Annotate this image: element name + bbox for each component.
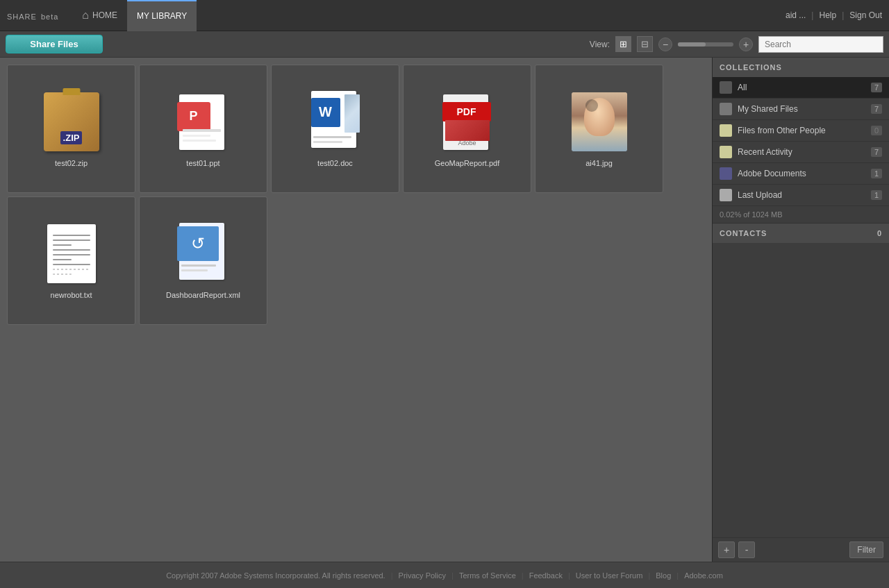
collection-count-all: 7 [871, 83, 882, 92]
collections-header: COLLECTIONS [713, 58, 889, 77]
txt-line-3 [53, 244, 72, 246]
xml-wrapper: ↺ [176, 223, 231, 285]
word-img-thumb [344, 94, 360, 133]
ppt-wrapper: P [176, 91, 231, 153]
sidebar-footer: + - Filter [713, 537, 889, 562]
help-link[interactable]: Help [819, 10, 836, 20]
contacts-area [713, 243, 889, 537]
ppt-overlay: P [176, 91, 228, 152]
txt-line-8 [53, 269, 90, 270]
remove-collection-button[interactable]: - [738, 541, 755, 558]
collection-count-recent: 7 [871, 147, 882, 157]
footer-privacy[interactable]: Privacy Policy [399, 571, 446, 580]
pdf-red-banner: PDF [442, 102, 491, 121]
collection-icon-otherpeople [720, 124, 732, 137]
content-wrapper: test02.zip P [0, 58, 889, 588]
txt-line-7 [53, 264, 90, 265]
main: test02.zip P [0, 58, 889, 562]
file-icon-xml: ↺ [176, 223, 231, 285]
txt-lines [53, 235, 90, 278]
footer: Copyright 2007 Adobe Systems Incorporate… [0, 562, 889, 588]
footer-feedback[interactable]: Feedback [529, 571, 563, 580]
footer-adobe[interactable]: Adobe.com [684, 571, 723, 580]
ppt-line2 [183, 135, 210, 137]
collection-icon-recent [720, 146, 732, 158]
txt-line-9 [53, 274, 72, 275]
txt-wrapper [47, 224, 96, 283]
ppt-icon: P [189, 109, 197, 124]
zoom-in-button[interactable]: + [739, 37, 753, 51]
xml-line2 [181, 269, 208, 271]
footer-blog[interactable]: Blog [656, 571, 671, 580]
grid-view-button[interactable]: ⊞ [615, 36, 631, 52]
file-card-xml[interactable]: ↺ DashboardReport.xml [139, 196, 267, 325]
file-name-zip: test02.zip [55, 159, 88, 167]
header-right: aid ... | Help | Sign Out [786, 10, 882, 20]
nav-home[interactable]: ⌂ HOME [72, 0, 127, 31]
word-wrapper: W [308, 91, 363, 153]
file-card-jpg[interactable]: ai41.jpg [535, 65, 663, 193]
pdf-wrapper: PDF Adobe [440, 91, 495, 153]
file-card-doc[interactable]: W test02.doc [271, 65, 399, 193]
collection-item-otherpeople[interactable]: Files from Other People 0 [713, 120, 889, 142]
collection-label-recent: Recent Activity [738, 147, 865, 157]
file-name-pdf: GeoMapReport.pdf [435, 159, 500, 167]
footer-forum[interactable]: User to User Forum [576, 571, 643, 580]
home-icon: ⌂ [82, 9, 89, 22]
toolbar-right: View: ⊞ ⊟ − + [590, 36, 883, 53]
jpg-bg [572, 92, 627, 151]
contacts-count: 0 [877, 229, 882, 237]
nav-home-label: HOME [92, 10, 117, 20]
collection-item-myshared[interactable]: My Shared Files 7 [713, 99, 889, 120]
collection-count-otherpeople: 0 [871, 126, 882, 135]
txt-line-5 [53, 254, 90, 255]
footer-tos[interactable]: Terms of Service [459, 571, 516, 580]
footer-sep5: | [648, 571, 650, 580]
file-card-ppt[interactable]: P test01.ppt [139, 65, 267, 193]
collection-item-all[interactable]: All 7 [713, 77, 889, 99]
collection-count-adobe: 1 [871, 169, 882, 178]
file-icon-txt [44, 223, 99, 285]
sep2: | [842, 10, 844, 20]
xml-overlay: ↺ [176, 223, 231, 285]
add-collection-button[interactable]: + [718, 541, 735, 558]
collection-count-myshared: 7 [871, 104, 882, 114]
collection-icon-all [720, 81, 732, 94]
ppt-red-box: P [177, 102, 210, 131]
file-icon-doc: W [308, 91, 363, 153]
pdf-graphic [445, 120, 490, 141]
collection-item-adobe[interactable]: Adobe Documents 1 [713, 163, 889, 185]
storage-text: 0.02% of 1024 MB [720, 210, 783, 219]
footer-sep1: | [391, 571, 393, 580]
list-view-button[interactable]: ⊟ [637, 36, 653, 52]
collection-label-myshared: My Shared Files [738, 104, 865, 114]
file-card-pdf[interactable]: PDF Adobe GeoMapReport.pdf [403, 65, 531, 193]
zoom-out-button[interactable]: − [658, 37, 672, 51]
user-link[interactable]: aid ... [786, 10, 806, 20]
ppt-line1 [183, 129, 221, 132]
nav-mylibrary[interactable]: MY LIBRARY [127, 0, 197, 31]
pdf-adobe-text: Adobe [458, 140, 476, 146]
jpg-eye-left [585, 99, 598, 112]
contacts-header: CONTACTS 0 [713, 224, 889, 243]
storage-info: 0.02% of 1024 MB [713, 206, 889, 224]
collection-item-recent[interactable]: Recent Activity 7 [713, 142, 889, 163]
footer-sep4: | [568, 571, 570, 580]
signout-link[interactable]: Sign Out [849, 10, 882, 20]
share-files-button[interactable]: Share Files [6, 35, 103, 53]
zip-icon-top [63, 88, 80, 95]
word-icon: W [319, 104, 332, 120]
collection-item-lastupload[interactable]: Last Upload 1 [713, 185, 889, 206]
file-name-txt: newrobot.txt [51, 291, 92, 299]
logo-share: SHARE [7, 12, 37, 21]
file-name-jpg: ai41.jpg [585, 159, 613, 167]
file-card-zip[interactable]: test02.zip [7, 65, 135, 193]
filter-button[interactable]: Filter [849, 541, 883, 558]
collection-label-all: All [738, 83, 865, 92]
file-icon-zip [44, 91, 99, 153]
collection-label-adobe: Adobe Documents [738, 169, 865, 178]
search-input[interactable] [758, 36, 883, 53]
file-name-ppt: test01.ppt [186, 159, 219, 167]
zoom-slider[interactable] [678, 42, 733, 47]
file-card-txt[interactable]: newrobot.txt [7, 196, 135, 325]
